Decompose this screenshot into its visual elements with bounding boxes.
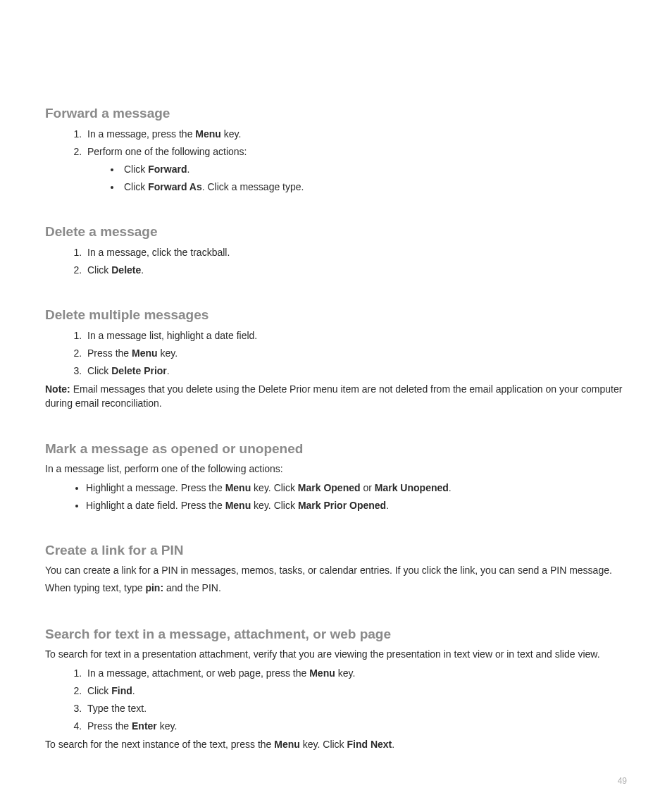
delete-multi-steps: In a message list, highlight a date fiel… [45,328,627,378]
mark-bullets: Highlight a message. Press the Menu key.… [45,481,627,513]
search-step-4: Press the Enter key. [85,719,627,734]
delete-steps: In a message, click the trackball. Click… [45,245,627,278]
delete-multi-note: Note: Email messages that you delete usi… [45,383,627,410]
search-step-3: Type the text. [85,701,627,716]
heading-mark: Mark a message as opened or unopened [45,441,627,457]
mark-intro: In a message list, perform one of the fo… [45,462,627,476]
forward-step-2: Perform one of the following actions: Cl… [85,144,627,195]
heading-search: Search for text in a message, attachment… [45,627,627,642]
search-outro: To search for the next instance of the t… [45,738,627,752]
heading-forward: Forward a message [45,106,627,121]
search-steps: In a message, attachment, or web page, p… [45,666,627,734]
forward-bullet-1: Click Forward. [121,162,627,177]
delete-step-2: Click Delete. [85,263,627,278]
heading-pin: Create a link for a PIN [45,543,627,558]
forward-steps: In a message, press the Menu key. Perfor… [45,127,627,195]
delete-multi-step-1: In a message list, highlight a date fiel… [85,328,627,343]
heading-delete: Delete a message [45,224,627,240]
page-number: 49 [618,776,627,786]
delete-multi-step-3: Click Delete Prior. [85,364,627,378]
forward-bullet-2: Click Forward As. Click a message type. [121,180,627,195]
search-step-2: Click Find. [85,684,627,698]
search-intro: To search for text in a presentation att… [45,648,627,662]
forward-step-1: In a message, press the Menu key. [85,127,627,142]
mark-bullet-1: Highlight a message. Press the Menu key.… [86,481,627,495]
delete-multi-step-2: Press the Menu key. [85,346,627,361]
page: Forward a message In a message, press th… [0,0,672,807]
mark-bullet-2: Highlight a date field. Press the Menu k… [86,498,627,513]
search-step-1: In a message, attachment, or web page, p… [85,666,627,681]
forward-bullets: Click Forward. Click Forward As. Click a… [87,162,627,195]
delete-step-1: In a message, click the trackball. [85,245,627,260]
heading-delete-multi: Delete multiple messages [45,307,627,323]
pin-p1: You can create a link for a PIN in messa… [45,564,627,578]
pin-p2: When typing text, type pin: and the PIN. [45,581,627,596]
